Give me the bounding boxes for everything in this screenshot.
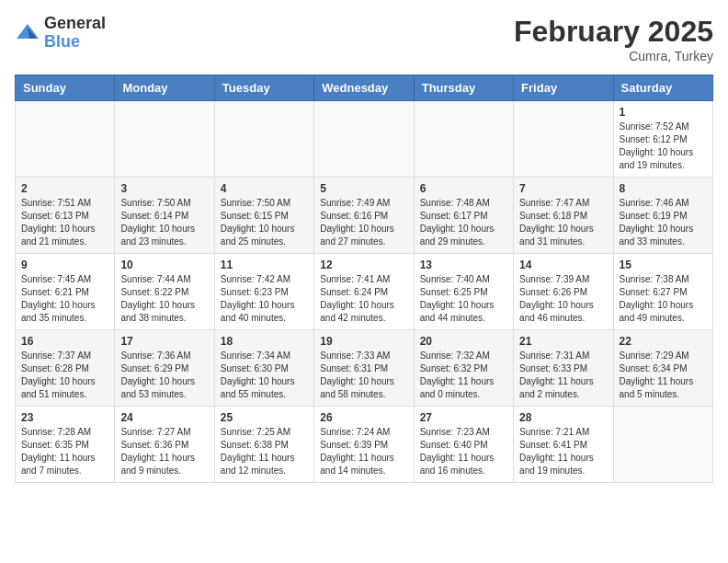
- col-header-friday: Friday: [514, 75, 613, 101]
- day-number: 13: [420, 259, 507, 271]
- calendar-cell: 25Sunrise: 7:25 AM Sunset: 6:38 PM Dayli…: [214, 407, 313, 483]
- calendar-cell: 7Sunrise: 7:47 AM Sunset: 6:18 PM Daylig…: [514, 178, 613, 254]
- calendar-cell: 2Sunrise: 7:51 AM Sunset: 6:13 PM Daylig…: [16, 178, 115, 254]
- calendar-week-row: 1Sunrise: 7:52 AM Sunset: 6:12 PM Daylig…: [16, 101, 713, 178]
- calendar-cell: 24Sunrise: 7:27 AM Sunset: 6:36 PM Dayli…: [115, 407, 214, 483]
- day-info: Sunrise: 7:31 AM Sunset: 6:33 PM Dayligh…: [519, 350, 607, 401]
- calendar-cell: 15Sunrise: 7:38 AM Sunset: 6:27 PM Dayli…: [613, 254, 712, 330]
- day-number: 9: [21, 259, 108, 271]
- calendar-cell: 3Sunrise: 7:50 AM Sunset: 6:14 PM Daylig…: [115, 178, 214, 254]
- day-number: 28: [519, 411, 607, 424]
- day-info: Sunrise: 7:51 AM Sunset: 6:13 PM Dayligh…: [21, 197, 108, 248]
- calendar-cell: 19Sunrise: 7:33 AM Sunset: 6:31 PM Dayli…: [314, 330, 414, 407]
- day-info: Sunrise: 7:39 AM Sunset: 6:26 PM Dayligh…: [519, 273, 607, 325]
- day-info: Sunrise: 7:48 AM Sunset: 6:17 PM Dayligh…: [420, 197, 507, 248]
- day-info: Sunrise: 7:50 AM Sunset: 6:14 PM Dayligh…: [120, 197, 208, 248]
- logo-general-text: General: [44, 15, 106, 33]
- calendar-cell: 5Sunrise: 7:49 AM Sunset: 6:16 PM Daylig…: [314, 178, 414, 254]
- day-number: 11: [221, 259, 308, 271]
- day-info: Sunrise: 7:25 AM Sunset: 6:38 PM Dayligh…: [221, 426, 308, 477]
- calendar-cell: 13Sunrise: 7:40 AM Sunset: 6:25 PM Dayli…: [414, 254, 513, 330]
- day-info: Sunrise: 7:34 AM Sunset: 6:30 PM Dayligh…: [221, 350, 308, 401]
- day-info: Sunrise: 7:52 AM Sunset: 6:12 PM Dayligh…: [620, 121, 707, 172]
- calendar-cell: 11Sunrise: 7:42 AM Sunset: 6:23 PM Dayli…: [214, 254, 313, 330]
- day-number: 17: [120, 335, 208, 348]
- calendar-cell: 20Sunrise: 7:32 AM Sunset: 6:32 PM Dayli…: [414, 330, 513, 407]
- logo-text: General Blue: [44, 15, 106, 52]
- day-info: Sunrise: 7:23 AM Sunset: 6:40 PM Dayligh…: [420, 426, 507, 477]
- calendar-header-row: SundayMondayTuesdayWednesdayThursdayFrid…: [16, 75, 713, 101]
- col-header-saturday: Saturday: [613, 75, 712, 101]
- day-number: 7: [519, 182, 607, 195]
- calendar-cell: 8Sunrise: 7:46 AM Sunset: 6:19 PM Daylig…: [613, 178, 712, 254]
- day-number: 14: [519, 259, 607, 271]
- day-info: Sunrise: 7:33 AM Sunset: 6:31 PM Dayligh…: [320, 350, 407, 401]
- day-number: 12: [320, 259, 407, 271]
- day-number: 18: [221, 335, 308, 348]
- day-number: 8: [620, 182, 707, 195]
- calendar-cell: 10Sunrise: 7:44 AM Sunset: 6:22 PM Dayli…: [115, 254, 214, 330]
- day-number: 25: [221, 411, 308, 424]
- month-title: February 2025: [514, 15, 713, 49]
- calendar-week-row: 2Sunrise: 7:51 AM Sunset: 6:13 PM Daylig…: [16, 178, 713, 254]
- calendar-cell: 6Sunrise: 7:48 AM Sunset: 6:17 PM Daylig…: [414, 178, 513, 254]
- svg-marker-0: [17, 24, 39, 39]
- logo: General Blue: [15, 15, 106, 52]
- calendar-week-row: 23Sunrise: 7:28 AM Sunset: 6:35 PM Dayli…: [16, 407, 713, 483]
- calendar-cell: 26Sunrise: 7:24 AM Sunset: 6:39 PM Dayli…: [314, 407, 414, 483]
- day-number: 2: [21, 182, 108, 195]
- calendar-cell: 27Sunrise: 7:23 AM Sunset: 6:40 PM Dayli…: [414, 407, 513, 483]
- calendar-cell: 22Sunrise: 7:29 AM Sunset: 6:34 PM Dayli…: [613, 330, 712, 407]
- col-header-sunday: Sunday: [16, 75, 115, 101]
- col-header-thursday: Thursday: [414, 75, 513, 101]
- day-info: Sunrise: 7:27 AM Sunset: 6:36 PM Dayligh…: [120, 426, 208, 477]
- day-number: 22: [620, 335, 707, 348]
- calendar-cell: 28Sunrise: 7:21 AM Sunset: 6:41 PM Dayli…: [514, 407, 613, 483]
- day-info: Sunrise: 7:47 AM Sunset: 6:18 PM Dayligh…: [519, 197, 607, 248]
- day-info: Sunrise: 7:40 AM Sunset: 6:25 PM Dayligh…: [420, 273, 507, 325]
- calendar-cell: 17Sunrise: 7:36 AM Sunset: 6:29 PM Dayli…: [115, 330, 214, 407]
- day-info: Sunrise: 7:41 AM Sunset: 6:24 PM Dayligh…: [320, 273, 407, 325]
- page-header: General Blue February 2025 Cumra, Turkey: [15, 15, 713, 63]
- location-text: Cumra, Turkey: [514, 49, 713, 63]
- day-number: 26: [320, 411, 407, 424]
- calendar-week-row: 9Sunrise: 7:45 AM Sunset: 6:21 PM Daylig…: [16, 254, 713, 330]
- day-number: 16: [21, 335, 108, 348]
- calendar-cell: [314, 101, 414, 178]
- calendar-cell: [16, 101, 115, 178]
- calendar-cell: [514, 101, 613, 178]
- day-info: Sunrise: 7:44 AM Sunset: 6:22 PM Dayligh…: [120, 273, 208, 325]
- day-info: Sunrise: 7:50 AM Sunset: 6:15 PM Dayligh…: [221, 197, 308, 248]
- calendar-cell: 9Sunrise: 7:45 AM Sunset: 6:21 PM Daylig…: [16, 254, 115, 330]
- day-info: Sunrise: 7:49 AM Sunset: 6:16 PM Dayligh…: [320, 197, 407, 248]
- day-number: 1: [620, 106, 707, 119]
- day-info: Sunrise: 7:46 AM Sunset: 6:19 PM Dayligh…: [620, 197, 707, 248]
- calendar-cell: 23Sunrise: 7:28 AM Sunset: 6:35 PM Dayli…: [16, 407, 115, 483]
- logo-icon: [15, 20, 40, 46]
- day-info: Sunrise: 7:36 AM Sunset: 6:29 PM Dayligh…: [120, 350, 208, 401]
- title-block: February 2025 Cumra, Turkey: [514, 15, 713, 63]
- day-number: 27: [420, 411, 507, 424]
- day-number: 10: [120, 259, 208, 271]
- day-number: 15: [620, 259, 707, 271]
- calendar-cell: 1Sunrise: 7:52 AM Sunset: 6:12 PM Daylig…: [613, 101, 712, 178]
- col-header-monday: Monday: [115, 75, 214, 101]
- day-info: Sunrise: 7:42 AM Sunset: 6:23 PM Dayligh…: [221, 273, 308, 325]
- calendar-cell: 21Sunrise: 7:31 AM Sunset: 6:33 PM Dayli…: [514, 330, 613, 407]
- day-number: 23: [21, 411, 108, 424]
- day-number: 19: [320, 335, 407, 348]
- col-header-tuesday: Tuesday: [214, 75, 313, 101]
- calendar-cell: [214, 101, 313, 178]
- col-header-wednesday: Wednesday: [314, 75, 414, 101]
- calendar-cell: [613, 407, 712, 483]
- calendar-cell: 12Sunrise: 7:41 AM Sunset: 6:24 PM Dayli…: [314, 254, 414, 330]
- logo-blue-text: Blue: [44, 33, 106, 52]
- calendar-cell: 14Sunrise: 7:39 AM Sunset: 6:26 PM Dayli…: [514, 254, 613, 330]
- calendar-table: SundayMondayTuesdayWednesdayThursdayFrid…: [15, 75, 713, 483]
- day-info: Sunrise: 7:37 AM Sunset: 6:28 PM Dayligh…: [21, 350, 108, 401]
- day-number: 21: [519, 335, 607, 348]
- calendar-cell: 18Sunrise: 7:34 AM Sunset: 6:30 PM Dayli…: [214, 330, 313, 407]
- day-info: Sunrise: 7:21 AM Sunset: 6:41 PM Dayligh…: [519, 426, 607, 477]
- day-number: 5: [320, 182, 407, 195]
- day-info: Sunrise: 7:28 AM Sunset: 6:35 PM Dayligh…: [21, 426, 108, 477]
